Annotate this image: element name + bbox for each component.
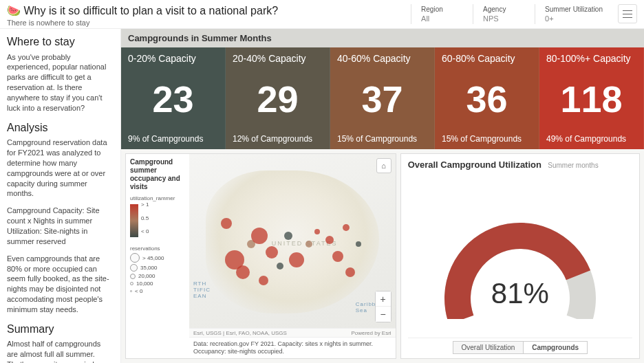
size-legend-row: > 45,000 <box>130 253 185 263</box>
tile-share: 15% of Campgrounds <box>442 134 532 144</box>
map-legend: Campground summer occupancy and visits u… <box>126 154 189 358</box>
gauge-panel: Overall Campground Utilization Summer mo… <box>400 153 640 359</box>
gauge-tab[interactable]: Overall Utilization <box>453 341 524 354</box>
capacity-tiles: 0-20% Capacity239% of Campgrounds20-40% … <box>121 47 644 149</box>
map-point[interactable] <box>266 246 278 258</box>
title-block: 🍉 Why is it so difficult to plan a visit… <box>7 4 411 27</box>
attrib-right: Powered by Esri <box>351 330 391 336</box>
size-legend-field: reservations <box>130 245 185 252</box>
tile-share: 15% of Campgrounds <box>337 134 427 144</box>
size-legend-row: 35,000 <box>130 264 185 272</box>
page-subtitle: There is nowhere to stay <box>7 19 411 27</box>
tile-label: 40-60% Capacity <box>337 53 427 64</box>
tile-label: 20-40% Capacity <box>233 53 323 64</box>
color-tick: < 0 <box>141 228 149 234</box>
ocean-label: RTHTIFICEAN <box>193 280 211 299</box>
bubble-icon <box>130 274 136 279</box>
gauge-tabs: Overall UtilizationCampgrounds <box>408 338 632 358</box>
filter-agency[interactable]: Agency NPS <box>473 4 535 24</box>
filter-region[interactable]: Region All <box>411 4 473 24</box>
tile-count: 118 <box>546 80 636 118</box>
color-legend: > 1 0.5 < 0 <box>130 201 185 240</box>
filter-value: 0+ <box>545 14 603 23</box>
filter-value: All <box>421 14 463 23</box>
gauge-chart: 81% <box>408 170 632 338</box>
sidebar-paragraph: As you've probably experienced, popular … <box>7 52 114 113</box>
tiles-section-title: Campgrounds in Summer Months <box>121 29 644 47</box>
attrib-left: Esri, USGS | Esri, FAO, NOAA, USGS <box>193 330 287 336</box>
gauge-value: 81% <box>408 277 632 310</box>
lower-row: Campground summer occupancy and visits u… <box>121 149 644 363</box>
sidebar-paragraph: Almost half of campgrounds are almost fu… <box>7 339 114 363</box>
filter-label: Agency <box>483 6 525 13</box>
filter-value: NPS <box>483 14 525 23</box>
filter-utilization[interactable]: Summer Utilization 0+ <box>535 4 612 24</box>
map-home-button[interactable]: ⌂ <box>376 158 391 173</box>
tile-label: 80-100%+ Capacity <box>546 53 636 64</box>
size-legend: > 45,00035,00020,00010,000< 0 <box>130 253 185 294</box>
sidebar-paragraph: Campground Capacity: Site count x Nights… <box>7 206 114 246</box>
filter-bar: Region All Agency NPS Summer Utilization… <box>411 4 612 24</box>
size-tick: 20,000 <box>138 273 155 279</box>
filter-label: Region <box>421 6 463 13</box>
map-point[interactable] <box>325 236 334 244</box>
gauge-tab[interactable]: Campgrounds <box>523 341 588 354</box>
tile-count: 23 <box>128 80 218 118</box>
sidebar-heading: Where to stay <box>7 34 114 50</box>
sidebar-heading: Summary <box>7 322 114 337</box>
size-legend-row: 10,000 <box>130 280 185 287</box>
bubble-icon <box>130 282 133 285</box>
color-gradient-icon <box>130 204 138 237</box>
map-point[interactable] <box>305 241 312 248</box>
tile-count: 29 <box>233 80 323 118</box>
tile-label: 0-20% Capacity <box>128 53 218 64</box>
zoom-in-button[interactable]: + <box>376 292 391 307</box>
map-point[interactable] <box>356 241 361 247</box>
size-tick: 10,000 <box>136 280 153 287</box>
sidebar-paragraph: Even campgrounds that are 80% or more oc… <box>7 254 114 315</box>
map-panel: Campground summer occupancy and visits u… <box>125 153 396 359</box>
gauge-title: Overall Campground Utilization <box>408 160 541 170</box>
capacity-tile[interactable]: 60-80% Capacity3615% of Campgrounds <box>435 47 539 149</box>
size-tick: < 0 <box>135 288 142 294</box>
main-pane: Campgrounds in Summer Months 0-20% Capac… <box>121 29 644 363</box>
sidebar-paragraph: Campground reservation data for FY2021 w… <box>7 138 114 199</box>
map-point[interactable] <box>345 267 355 277</box>
sidebar-heading: Analysis <box>7 120 114 135</box>
size-legend-row: < 0 <box>130 288 185 294</box>
tile-count: 36 <box>442 80 532 118</box>
tile-share: 49% of Campgrounds <box>546 134 636 144</box>
color-tick: 0.5 <box>141 215 149 221</box>
map-legend-title: Campground summer occupancy and visits <box>130 158 185 191</box>
tile-count: 37 <box>337 80 427 118</box>
map-zoom-controls: + − <box>375 291 391 322</box>
color-legend-field: utilization_rammer <box>130 195 185 201</box>
map-point[interactable] <box>284 232 292 240</box>
map-point[interactable] <box>332 251 343 262</box>
map-point[interactable] <box>251 228 268 244</box>
tile-share: 12% of Campgrounds <box>233 134 323 144</box>
capacity-tile[interactable]: 80-100%+ Capacity11849% of Campgrounds <box>539 47 644 149</box>
map-caption: Data: recreation.gov FY 2021. Capacity: … <box>189 337 396 359</box>
filter-label: Summer Utilization <box>545 6 603 13</box>
size-legend-row: 20,000 <box>130 273 185 279</box>
map-point[interactable] <box>221 218 232 229</box>
map-point[interactable] <box>343 224 350 231</box>
gauge-header: Overall Campground Utilization Summer mo… <box>408 160 632 170</box>
capacity-tile[interactable]: 0-20% Capacity239% of Campgrounds <box>121 47 226 149</box>
hamburger-menu-icon[interactable] <box>618 4 637 23</box>
map-canvas[interactable]: UNITED STATES RTHTIFICEAN CaribbeanSea ⌂… <box>189 154 396 358</box>
bubble-icon <box>130 253 140 263</box>
capacity-tile[interactable]: 40-60% Capacity3715% of Campgrounds <box>330 47 435 149</box>
header-bar: 🍉 Why is it so difficult to plan a visit… <box>0 0 644 29</box>
color-tick: > 1 <box>141 201 149 208</box>
capacity-tile[interactable]: 20-40% Capacity2912% of Campgrounds <box>226 47 330 149</box>
map-point[interactable] <box>259 276 268 285</box>
map-point[interactable] <box>314 229 320 234</box>
zoom-out-button[interactable]: − <box>376 307 391 322</box>
tile-share: 9% of Campgrounds <box>128 134 218 144</box>
bubble-icon <box>130 264 138 272</box>
tile-label: 60-80% Capacity <box>442 53 532 64</box>
size-tick: > 45,000 <box>142 255 164 261</box>
size-tick: 35,000 <box>140 265 157 271</box>
